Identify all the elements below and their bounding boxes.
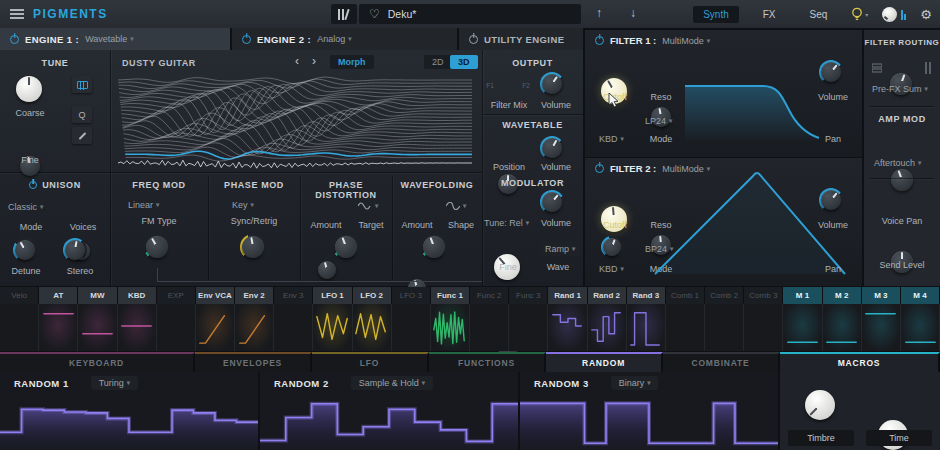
engine1-type-dropdown[interactable]: Wavetable▾ (85, 34, 134, 44)
keyboard-follow-button[interactable] (72, 76, 92, 93)
mod-source-tab-mw[interactable]: MW (78, 287, 117, 304)
mod-source-tab-func-3[interactable]: Func 3 (509, 287, 548, 304)
mod-source-preview-env-2[interactable] (235, 304, 274, 351)
filter2-volume-knob[interactable] (819, 188, 843, 212)
wavetable-3d-display[interactable] (112, 66, 480, 172)
phase-mod-sync-dropdown[interactable]: Key▾ (232, 200, 254, 210)
mod-source-preview-comb-3[interactable] (744, 304, 783, 351)
tab-macros[interactable]: MACROS (780, 352, 940, 372)
mod-source-preview-rand-3[interactable] (627, 304, 666, 351)
mod-source-tab-rand-1[interactable]: Rand 1 (548, 287, 587, 304)
mod-source-preview-env-3[interactable] (274, 304, 313, 351)
amp-mod-dropdown[interactable]: Aftertouch▾ (874, 158, 921, 168)
library-button[interactable] (331, 4, 357, 24)
wavefolding-mod-knob[interactable] (421, 234, 447, 260)
random3-waveform[interactable] (520, 394, 778, 450)
mod-source-tab-rand-2[interactable]: Rand 2 (588, 287, 627, 304)
mod-source-tab-lfo-2[interactable]: LFO 2 (353, 287, 392, 304)
mod-source-preview-m-3[interactable] (862, 304, 901, 351)
tab-keyboard[interactable]: KEYBOARD (0, 352, 195, 372)
filter1-mode-dropdown[interactable]: LP24▾ (645, 116, 672, 126)
filter2-kbd-knob[interactable] (601, 236, 623, 258)
power-icon[interactable] (242, 35, 251, 44)
freq-mod-amount-knob[interactable] (144, 234, 170, 260)
mod-source-preview-func-3[interactable] (509, 304, 548, 351)
tab-seq[interactable]: Seq (800, 6, 838, 23)
mod-source-preview-func-2[interactable] (470, 304, 509, 351)
phase-distortion-target-dropdown[interactable]: ▾ (358, 202, 378, 210)
settings-gear-icon[interactable]: ⚙ (920, 7, 932, 22)
modulator-wave-dropdown[interactable]: Ramp▾ (540, 242, 580, 256)
power-icon[interactable] (10, 35, 19, 44)
mod-source-preview-m-4[interactable] (901, 304, 940, 351)
tab-lfo[interactable]: LFO (312, 352, 429, 372)
favorite-heart-icon[interactable]: ♡ (369, 8, 380, 20)
mod-source-tab-func-1[interactable]: Func 1 (431, 287, 470, 304)
mod-source-preview-comb-2[interactable] (705, 304, 744, 351)
macro1-label[interactable]: Timbre (788, 430, 854, 446)
unison-power-icon[interactable] (29, 181, 37, 189)
mod-source-tab-at[interactable]: AT (39, 287, 78, 304)
engine-volume-knob[interactable] (540, 72, 564, 96)
filter1-power-icon[interactable] (595, 36, 604, 45)
tab-combinate[interactable]: COMBINATE (663, 352, 780, 372)
edit-button[interactable] (72, 127, 92, 144)
unison-mode-dropdown[interactable]: Classic▾ (8, 202, 43, 212)
filter1-type-dropdown[interactable]: MultiMode▾ (662, 36, 710, 46)
tab-fx[interactable]: FX (753, 6, 786, 23)
mod-source-tab-velo[interactable]: Velo (0, 287, 39, 304)
mod-source-preview-lfo-2[interactable] (353, 304, 392, 351)
filter2-kbd-dropdown[interactable]: KBD▾ (599, 264, 624, 274)
tab-functions[interactable]: FUNCTIONS (429, 352, 546, 372)
mod-source-preview-at[interactable] (39, 304, 78, 351)
mod-source-preview-exp[interactable] (157, 304, 196, 351)
phase-distortion-mod-knob[interactable] (333, 234, 359, 260)
mod-source-tab-env-3[interactable]: Env 3 (274, 287, 313, 304)
filter1-volume-knob[interactable] (819, 60, 843, 84)
mod-source-preview-func-1[interactable] (431, 304, 470, 351)
random3-mode-dropdown[interactable]: Binary▾ (611, 376, 659, 390)
tab-synth[interactable]: Synth (693, 6, 739, 23)
tab-engine-2[interactable]: ENGINE 2 : Analog▾ (232, 28, 457, 50)
random1-waveform[interactable] (0, 394, 258, 450)
mod-source-preview-env-vca[interactable] (196, 304, 235, 351)
mod-source-tab-lfo-3[interactable]: LFO 3 (392, 287, 431, 304)
mod-source-tab-kbd[interactable]: KBD (118, 287, 157, 304)
amp-mod-knob[interactable] (891, 169, 913, 191)
preset-name[interactable]: Deku* (388, 8, 417, 20)
mod-source-preview-velo[interactable] (0, 304, 39, 351)
preset-previous-button[interactable]: ↑ (596, 6, 602, 20)
phase-mod-amount-knob[interactable] (240, 234, 266, 260)
mod-source-tab-exp[interactable]: EXP (157, 287, 196, 304)
mod-source-preview-lfo-1[interactable] (313, 304, 352, 351)
mod-source-tab-lfo-1[interactable]: LFO 1 (313, 287, 352, 304)
modulator-tune-dropdown[interactable]: Tune: Rel▾ (484, 218, 529, 228)
macro1-knob[interactable] (805, 390, 835, 420)
filter1-kbd-dropdown[interactable]: KBD▾ (599, 134, 624, 144)
preset-next-button[interactable]: ↓ (630, 6, 636, 20)
fm-type-dropdown[interactable]: Linear▾ (128, 200, 159, 210)
mod-source-tab-env-2[interactable]: Env 2 (235, 287, 274, 304)
mod-source-tab-m-3[interactable]: M 3 (862, 287, 901, 304)
preset-browser[interactable]: ♡ Deku* (359, 4, 581, 24)
mod-source-preview-lfo-3[interactable] (392, 304, 431, 351)
mod-source-preview-rand-1[interactable] (548, 304, 587, 351)
mod-source-tab-m-2[interactable]: M 2 (823, 287, 862, 304)
mod-source-preview-m-2[interactable] (823, 304, 862, 351)
engine2-type-dropdown[interactable]: Analog▾ (317, 34, 352, 44)
quantize-button[interactable]: Q (72, 106, 92, 123)
unison-detune-knob[interactable] (13, 238, 37, 262)
tab-utility-engine[interactable]: UTILITY ENGINE (459, 28, 583, 50)
mod-source-preview-rand-2[interactable] (588, 304, 627, 351)
random2-waveform[interactable] (260, 394, 518, 450)
hamburger-menu-icon[interactable] (10, 9, 24, 19)
tips-button[interactable]: ▾ (851, 7, 868, 22)
macro2-label[interactable]: Time (866, 430, 932, 446)
mod-source-preview-mw[interactable] (78, 304, 117, 351)
master-volume-knob[interactable] (882, 7, 897, 22)
mod-source-preview-comb-1[interactable] (666, 304, 705, 351)
mod-source-preview-kbd[interactable] (118, 304, 157, 351)
mod-source-preview-m-1[interactable] (783, 304, 822, 351)
mod-source-tab-m-1[interactable]: M 1 (783, 287, 822, 304)
random1-mode-dropdown[interactable]: Turing▾ (91, 376, 138, 390)
